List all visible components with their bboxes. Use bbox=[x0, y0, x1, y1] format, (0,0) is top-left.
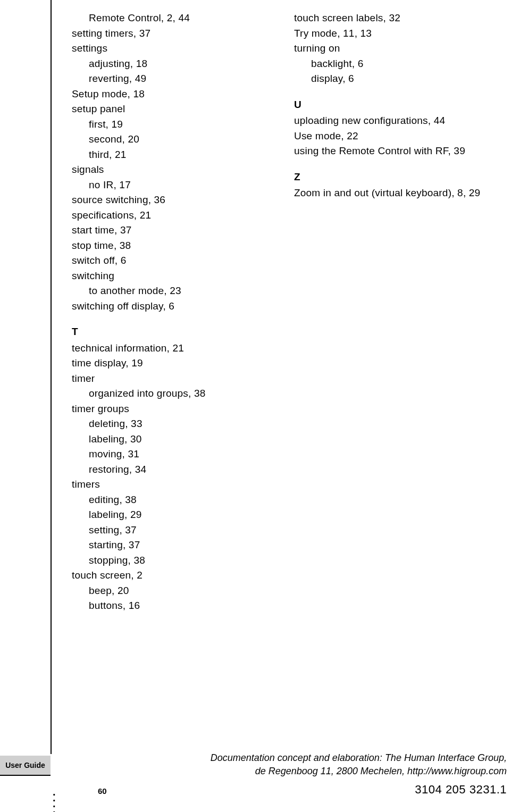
index-entry: switching off display, 6 bbox=[72, 299, 273, 314]
index-entry: deleting, 33 bbox=[72, 416, 273, 432]
index-entry: touch screen labels, 32 bbox=[294, 11, 495, 26]
index-entry: adjusting, 18 bbox=[72, 56, 273, 72]
index-heading: T bbox=[72, 324, 273, 340]
index-entry: Use mode, 22 bbox=[294, 129, 495, 144]
index-entry: to another mode, 23 bbox=[72, 283, 273, 299]
page: Remote Control, 2, 44setting timers, 37s… bbox=[0, 0, 511, 812]
index-entry: Remote Control, 2, 44 bbox=[72, 11, 273, 26]
page-number: 60 bbox=[98, 785, 107, 798]
index-entry: display, 6 bbox=[294, 71, 495, 87]
index-entry: restoring, 34 bbox=[72, 462, 273, 478]
index-column-right: touch screen labels, 32Try mode, 11, 13t… bbox=[294, 11, 495, 614]
index-entry: timer groups bbox=[72, 401, 273, 417]
index-entry: labeling, 30 bbox=[72, 432, 273, 447]
index-entry: beep, 20 bbox=[72, 583, 273, 599]
credit-line: Documentation concept and elaboration: T… bbox=[211, 752, 507, 763]
sidebar-rule bbox=[0, 775, 51, 776]
index-entry: third, 21 bbox=[72, 147, 273, 163]
index-entry: starting, 37 bbox=[72, 538, 273, 553]
index-entry: reverting, 49 bbox=[72, 71, 273, 87]
index-entry: Zoom in and out (virtual keyboard), 8, 2… bbox=[294, 186, 495, 201]
index-entry: buttons, 16 bbox=[72, 598, 273, 614]
index-entry: Setup mode, 18 bbox=[72, 87, 273, 102]
index-entry: timer bbox=[72, 371, 273, 387]
index-entry: setup panel bbox=[72, 102, 273, 117]
index-entry: start time, 37 bbox=[72, 223, 273, 238]
index-entry: touch screen, 2 bbox=[72, 568, 273, 583]
index-entry: backlight, 6 bbox=[294, 56, 495, 72]
index-entry: switching bbox=[72, 269, 273, 284]
index-entry: stop time, 38 bbox=[72, 238, 273, 254]
index-entry: source switching, 36 bbox=[72, 192, 273, 208]
vertical-rule bbox=[51, 0, 52, 754]
credit-text: Documentation concept and elaboration: T… bbox=[211, 751, 507, 778]
document-number: 3104 205 3231.1 bbox=[415, 781, 507, 798]
index-entry: second, 20 bbox=[72, 132, 273, 147]
index-entry: editing, 38 bbox=[72, 492, 273, 508]
index-column-left: Remote Control, 2, 44setting timers, 37s… bbox=[72, 11, 273, 614]
index-entry: uploading new configurations, 44 bbox=[294, 113, 495, 129]
index-columns: Remote Control, 2, 44setting timers, 37s… bbox=[72, 11, 495, 614]
index-entry: technical information, 21 bbox=[72, 341, 273, 356]
index-heading: U bbox=[294, 97, 495, 113]
index-entry: turning on bbox=[294, 41, 495, 56]
index-entry: settings bbox=[72, 41, 273, 56]
index-entry: setting, 37 bbox=[72, 523, 273, 538]
index-entry: stopping, 38 bbox=[72, 553, 273, 568]
index-entry: labeling, 29 bbox=[72, 507, 273, 523]
index-entry: setting timers, 37 bbox=[72, 26, 273, 41]
index-entry: Try mode, 11, 13 bbox=[294, 26, 495, 41]
credit-line: de Regenboog 11, 2800 Mechelen, http://w… bbox=[255, 766, 507, 776]
index-entry: specifications, 21 bbox=[72, 208, 273, 223]
dots-decoration: ···· bbox=[53, 792, 56, 812]
index-entry: time display, 19 bbox=[72, 356, 273, 371]
index-entry: signals bbox=[72, 162, 273, 178]
index-entry: organized into groups, 38 bbox=[72, 386, 273, 401]
index-entry: using the Remote Control with RF, 39 bbox=[294, 144, 495, 159]
user-guide-label: User Guide bbox=[0, 756, 51, 775]
index-heading: Z bbox=[294, 170, 495, 185]
index-entry: no IR, 17 bbox=[72, 178, 273, 193]
index-entry: timers bbox=[72, 477, 273, 492]
index-entry: moving, 31 bbox=[72, 447, 273, 462]
index-entry: switch off, 6 bbox=[72, 253, 273, 269]
index-entry: first, 19 bbox=[72, 117, 273, 132]
